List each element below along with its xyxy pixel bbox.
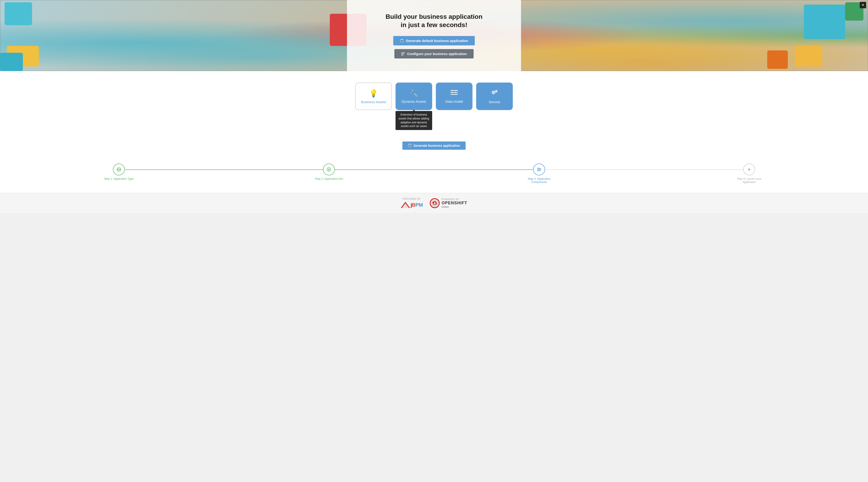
hero-panel: Build your business application in just … <box>347 0 521 71</box>
spinner-icon-2 <box>408 144 411 147</box>
card-data-model-label: Data model <box>445 100 463 104</box>
main-content: 💡 Business Assets 🔧 Dynamic Assets Exten… <box>0 71 868 213</box>
step-3-line <box>539 169 749 170</box>
generate-default-button[interactable]: Generate default business application <box>393 36 475 46</box>
card-dynamic-assets[interactable]: 🔧 Dynamic Assets <box>396 83 432 110</box>
svg-point-18 <box>539 169 540 170</box>
step-4-item: Step 4: Launch your Application <box>644 164 855 184</box>
decorative-block <box>804 5 845 39</box>
sliders-icon <box>451 89 458 97</box>
dynamic-assets-wrapper: 🔧 Dynamic Assets Extension of business a… <box>396 83 432 130</box>
step-3-item: Step 3: Application Components <box>434 164 644 184</box>
bulb-icon: 💡 <box>369 89 378 98</box>
step-1-circle[interactable] <box>113 164 125 175</box>
jbpm-logo: PROVIDED BY jBPM <box>401 198 423 208</box>
svg-point-3 <box>452 90 454 91</box>
decorative-block <box>5 2 32 25</box>
openshift-text: POWERED BY OPENSHIFT Online <box>441 198 467 208</box>
wrench-icon: 🔧 <box>410 89 418 97</box>
card-service-label: Service <box>489 100 500 104</box>
decorative-block <box>767 51 788 69</box>
step-2-item: Step 2: Application Info <box>224 164 434 180</box>
card-service[interactable]: Service <box>476 83 513 110</box>
decorative-block <box>0 53 23 71</box>
generate-btn-label: Generate business application <box>413 144 460 147</box>
svg-rect-2 <box>451 94 458 95</box>
configure-button[interactable]: Configure your business application <box>394 49 474 58</box>
jbpm-provided-by: PROVIDED BY <box>403 198 421 200</box>
jbpm-brand: jBPM <box>401 202 423 208</box>
svg-marker-20 <box>748 168 750 171</box>
step-4-label: Step 4: Launch your Application <box>731 177 768 184</box>
step-2-circle[interactable] <box>323 164 335 175</box>
svg-point-19 <box>538 170 539 171</box>
svg-point-4 <box>455 92 457 93</box>
openshift-logo: POWERED BY OPENSHIFT Online <box>430 198 467 208</box>
svg-point-7 <box>493 92 494 93</box>
openshift-powered-by: POWERED BY <box>441 198 467 201</box>
step-3-circle[interactable] <box>533 164 545 175</box>
svg-point-17 <box>538 168 539 169</box>
step-4-circle[interactable] <box>743 164 755 175</box>
jbpm-text: jBPM <box>411 202 423 208</box>
svg-point-5 <box>452 93 454 95</box>
decorative-block <box>795 46 822 66</box>
openshift-brand: OPENSHIFT <box>441 201 467 205</box>
jbpm-hat-icon <box>401 202 410 208</box>
card-dynamic-assets-label: Dynamic Assets <box>402 100 426 104</box>
spinner-icon <box>400 39 404 42</box>
step-2-line <box>329 169 539 170</box>
svg-rect-1 <box>451 92 458 93</box>
generate-default-label: Generate default business application <box>406 39 468 42</box>
card-data-model[interactable]: Data model <box>436 83 472 110</box>
cards-row: 💡 Business Assets 🔧 Dynamic Assets Exten… <box>0 78 868 135</box>
dynamic-assets-tooltip: Extension of business assets that allows… <box>396 111 432 130</box>
svg-point-9 <box>496 91 497 92</box>
step-1-item: Step 1: Application Type <box>14 164 224 180</box>
step-2-label: Step 2: Application Info <box>315 177 343 180</box>
step-1-label: Step 1: Application Type <box>104 177 133 180</box>
openshift-sub: Online <box>441 205 467 208</box>
stepper: Step 1: Application Type Step 2: Applica… <box>0 159 868 193</box>
close-button[interactable]: × <box>860 2 866 8</box>
card-business-assets[interactable]: 💡 Business Assets <box>355 83 392 110</box>
lines-icon <box>401 53 405 55</box>
generate-application-button[interactable]: Generate business application <box>402 141 465 150</box>
hero-section: Build your business application in just … <box>0 0 868 71</box>
openshift-icon <box>430 198 440 208</box>
footer: PROVIDED BY jBPM <box>0 193 868 213</box>
hero-title: Build your business application in just … <box>385 12 482 29</box>
gears-icon <box>490 89 499 98</box>
step-3-label: Step 3: Application Components <box>521 177 557 184</box>
svg-rect-0 <box>451 90 458 91</box>
configure-label: Configure your business application <box>407 52 467 56</box>
step-1-line <box>119 169 329 170</box>
card-business-assets-label: Business Assets <box>361 100 386 104</box>
